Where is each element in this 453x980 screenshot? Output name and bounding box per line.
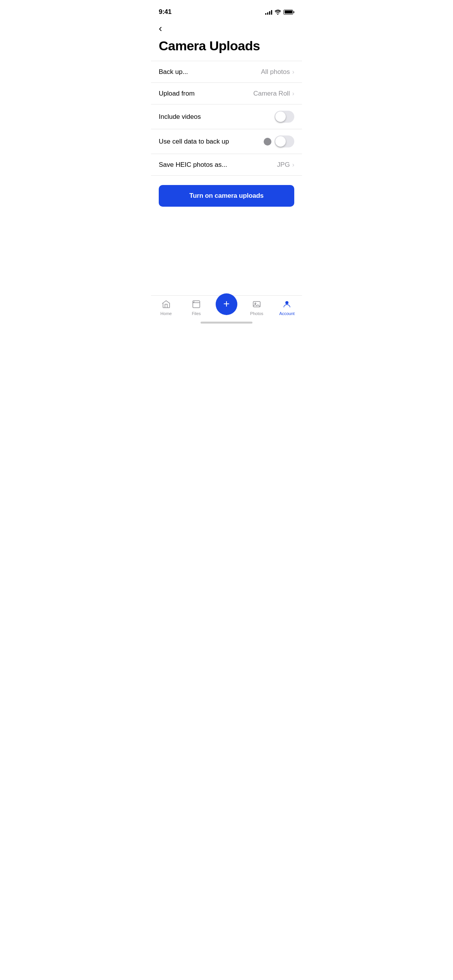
tab-files[interactable]: Files <box>181 299 211 316</box>
include-videos-toggle[interactable] <box>275 111 294 123</box>
tab-photos-label: Photos <box>250 311 263 316</box>
upload-from-row[interactable]: Upload from Camera Roll › <box>151 83 302 105</box>
settings-list: Back up... All photos › Upload from Came… <box>151 61 302 176</box>
include-videos-label: Include videos <box>159 113 201 121</box>
backup-value-text: All photos <box>261 68 290 76</box>
heic-chevron-icon: › <box>292 161 294 168</box>
back-arrow-icon[interactable]: ‹ <box>159 22 162 34</box>
upload-from-label: Upload from <box>159 90 195 98</box>
account-icon <box>281 299 292 310</box>
tab-add-wrap: + <box>211 299 242 315</box>
svg-point-3 <box>285 301 288 304</box>
backup-value[interactable]: All photos › <box>261 68 294 76</box>
svg-point-2 <box>255 303 256 304</box>
cell-data-right <box>264 135 294 147</box>
cell-data-toggle-thumb <box>275 136 286 147</box>
backup-label: Back up... <box>159 68 188 76</box>
wifi-icon <box>275 10 281 15</box>
heic-label: Save HEIC photos as... <box>159 161 227 169</box>
add-button[interactable]: + <box>216 293 237 315</box>
tab-account-label: Account <box>279 311 295 316</box>
status-bar: 9:41 <box>151 0 302 19</box>
tab-home-label: Home <box>160 311 172 316</box>
status-icons <box>265 9 294 15</box>
home-icon <box>161 299 172 310</box>
home-indicator <box>201 322 252 324</box>
files-icon <box>191 299 202 310</box>
signal-icon <box>265 9 272 15</box>
cell-data-toggle[interactable] <box>275 135 294 147</box>
back-button[interactable]: ‹ <box>151 20 302 33</box>
upload-from-value[interactable]: Camera Roll › <box>253 90 294 98</box>
tab-home[interactable]: Home <box>151 299 181 316</box>
include-videos-toggle-thumb <box>275 111 286 122</box>
status-time: 9:41 <box>159 8 172 16</box>
heic-value-text: JPG <box>277 161 290 169</box>
heic-row[interactable]: Save HEIC photos as... JPG › <box>151 154 302 176</box>
tab-photos[interactable]: Photos <box>242 299 272 316</box>
tab-account[interactable]: Account <box>272 299 302 316</box>
cell-data-row[interactable]: Use cell data to back up <box>151 129 302 154</box>
include-videos-row[interactable]: Include videos <box>151 105 302 129</box>
tab-files-label: Files <box>192 311 201 316</box>
cell-dot-icon <box>264 138 271 146</box>
battery-icon <box>283 10 294 15</box>
backup-chevron-icon: › <box>292 69 294 75</box>
photos-icon <box>251 299 262 310</box>
upload-from-value-text: Camera Roll <box>253 90 290 98</box>
upload-from-chevron-icon: › <box>292 90 294 97</box>
add-icon: + <box>223 298 230 309</box>
heic-value[interactable]: JPG › <box>277 161 294 169</box>
backup-row[interactable]: Back up... All photos › <box>151 61 302 83</box>
page-title: Camera Uploads <box>151 33 302 61</box>
turn-on-camera-uploads-button[interactable]: Turn on camera uploads <box>159 185 294 207</box>
cell-data-label: Use cell data to back up <box>159 138 229 146</box>
